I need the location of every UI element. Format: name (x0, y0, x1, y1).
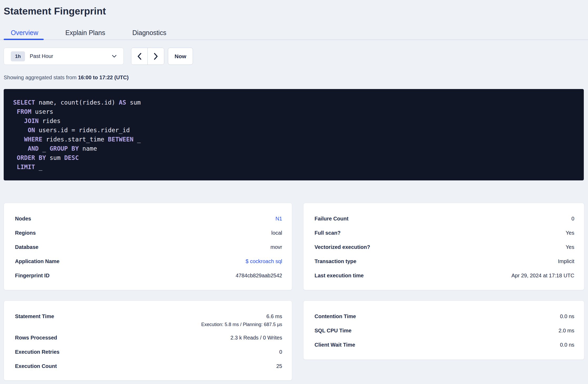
stat-label: SQL CPU Time (315, 327, 351, 334)
tabs: OverviewExplain PlansDiagnostics (4, 25, 186, 40)
active-tab-indicator (4, 39, 44, 40)
next-range-button[interactable] (148, 48, 164, 65)
stat-row-statement-time: Statement Time6.6 ms (15, 313, 282, 320)
sql-line: SELECT name, count(rides.id) AS sum (13, 99, 141, 106)
chevron-left-icon (137, 53, 142, 60)
stat-row-execution-count: Execution Count25 (15, 363, 282, 370)
aggregation-note: Showing aggregated stats from 16:00 to 1… (4, 75, 129, 81)
stat-row-regions: Regionslocal (15, 229, 282, 237)
chevron-down-icon (112, 55, 117, 58)
stat-row-vectorized-execution: Vectorized execution?Yes (315, 244, 574, 251)
stat-value: Apr 29, 2024 at 17:18 UTC (511, 272, 574, 279)
card-timing-left: Statement Time6.6 msExecution: 5.8 ms / … (4, 301, 292, 381)
stat-value: 0.0 ns (560, 313, 574, 320)
stat-row-transaction-type: Transaction typeImplicit (315, 258, 574, 265)
time-range-pager (131, 48, 164, 65)
stat-subvalue: Execution: 5.8 ms / Planning: 687.5 µs (15, 322, 282, 327)
stat-row-client-wait-time: Client Wait Time0.0 ns (315, 341, 574, 348)
stat-row-contention-time: Contention Time0.0 ns (315, 313, 574, 320)
now-button[interactable]: Now (168, 48, 193, 65)
sql-statement-box: SELECT name, count(rides.id) AS sum FROM… (4, 89, 584, 180)
stat-row-nodes: NodesN1 (15, 215, 282, 222)
sql-line: JOIN rides (13, 117, 61, 124)
stat-value: 2.0 ms (559, 327, 574, 334)
stat-row-database: Databasemovr (15, 244, 282, 251)
stat-label: Last execution time (315, 272, 364, 279)
stat-label: Vectorized execution? (315, 244, 370, 251)
sql-line: ORDER BY sum DESC (13, 154, 79, 161)
time-range-dropdown[interactable]: 1h Past Hour (4, 48, 124, 65)
stat-value: movr (271, 244, 282, 251)
stat-value: Implicit (558, 258, 574, 265)
sql-line: LIMIT _ (13, 164, 42, 170)
stat-value: Yes (566, 229, 574, 237)
tab-explain-plans[interactable]: Explain Plans (58, 29, 112, 37)
stat-value: 2.3 k Reads / 0 Writes (231, 334, 282, 341)
stat-value: 25 (276, 363, 282, 370)
stat-row-full-scan: Full scan?Yes (315, 229, 574, 237)
sql-line: WHERE rides.start_time BETWEEN _ (13, 136, 141, 143)
stat-row-sql-cpu-time: SQL CPU Time2.0 ms (315, 327, 574, 334)
time-range-badge: 1h (11, 51, 25, 61)
card-timing-right: Contention Time0.0 nsSQL CPU Time2.0 msC… (303, 301, 584, 360)
stat-value: 4784cb829aab2542 (236, 272, 282, 279)
previous-range-button[interactable] (131, 48, 148, 65)
stat-value-link[interactable]: N1 (275, 215, 282, 222)
stat-label: Execution Retries (15, 348, 59, 356)
card-overview-details-right: Failure Count0Full scan?YesVectorized ex… (303, 203, 584, 290)
stat-label: Statement Time (15, 313, 54, 320)
stat-label: Failure Count (315, 215, 348, 222)
tab-diagnostics[interactable]: Diagnostics (125, 29, 173, 37)
stat-label: Transaction type (315, 258, 356, 265)
time-picker-toolbar: 1h Past Hour Now (4, 48, 193, 65)
stat-label: Nodes (15, 215, 31, 222)
sql-line: ON users.id = rides.rider_id (13, 127, 130, 134)
stat-value: 0 (571, 215, 574, 222)
stat-value-link[interactable]: $ cockroach sql (246, 258, 282, 265)
stat-label: Contention Time (315, 313, 356, 320)
aggregation-note-prefix: Showing aggregated stats from (4, 75, 78, 80)
stat-value: 0 (279, 348, 282, 356)
time-range-label: Past Hour (30, 53, 53, 59)
statement-fingerprint-page: Statement Fingerprint OverviewExplain Pl… (0, 0, 588, 384)
stat-row-failure-count: Failure Count0 (315, 215, 574, 222)
tab-overview[interactable]: Overview (4, 29, 45, 37)
stat-label: Regions (15, 229, 36, 237)
chevron-right-icon (153, 53, 158, 60)
stat-value: local (271, 229, 282, 237)
stat-label: Application Name (15, 258, 59, 265)
aggregation-note-range: 16:00 to 17:22 (UTC) (78, 75, 128, 80)
card-overview-details-left: NodesN1RegionslocalDatabasemovrApplicati… (4, 203, 292, 290)
stat-value: 6.6 ms (266, 313, 282, 320)
stat-label: Rows Processed (15, 334, 57, 341)
stat-label: Fingerprint ID (15, 272, 49, 279)
stat-row-application-name: Application Name$ cockroach sql (15, 258, 282, 265)
stat-value: Yes (566, 244, 574, 251)
stat-label: Execution Count (15, 363, 57, 370)
stat-row-rows-processed: Rows Processed2.3 k Reads / 0 Writes (15, 334, 282, 341)
stat-row-last-execution-time: Last execution timeApr 29, 2024 at 17:18… (315, 272, 574, 279)
stat-row-execution-retries: Execution Retries0 (15, 348, 282, 356)
stat-value: 0.0 ns (560, 341, 574, 348)
sql-line: AND _ GROUP BY name (13, 145, 97, 152)
stat-label: Client Wait Time (315, 341, 355, 348)
stat-label: Full scan? (315, 229, 341, 237)
sql-line: FROM users (13, 108, 53, 115)
stat-label: Database (15, 244, 38, 251)
tabs-divider (0, 40, 588, 40)
stat-row-fingerprint-id: Fingerprint ID4784cb829aab2542 (15, 272, 282, 279)
page-title: Statement Fingerprint (4, 6, 106, 17)
